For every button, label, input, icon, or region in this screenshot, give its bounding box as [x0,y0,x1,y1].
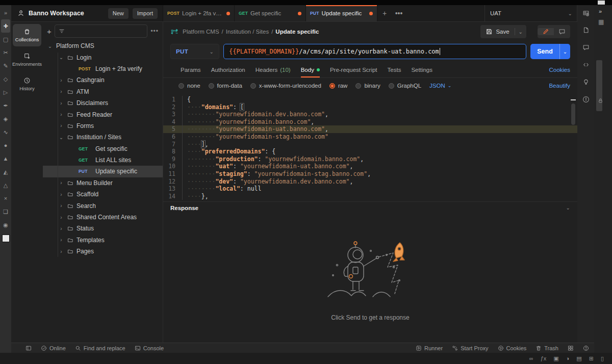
request-list-all-sites[interactable]: GETList ALL sites [43,154,163,166]
tool-icon-15[interactable]: ❏ [1,205,10,218]
online-button[interactable]: Online [41,345,66,351]
info-icon[interactable] [582,96,590,103]
chevron-right-icon[interactable]: › [58,123,64,128]
tab-options-icon[interactable]: ••• [392,5,406,21]
language-select[interactable]: JSON ⌄ [429,83,451,89]
sidebar-item-environments[interactable]: Environments [13,48,41,71]
cookies-link[interactable]: Cookies [549,67,570,73]
chevron-right-icon[interactable]: › [58,249,64,254]
trash-button[interactable]: Trash [536,345,558,351]
code-icon[interactable] [582,61,590,68]
code-line-14[interactable]: 14····}, [163,193,577,200]
tool-icon-0[interactable]: » [1,6,10,19]
folder-pages[interactable]: ›Pages [43,246,163,257]
body-mode-form-data[interactable]: form-data [209,83,242,89]
code-line-1[interactable]: 1{ [163,96,577,103]
window-tab-update-specific[interactable]: PUT Update specific [306,5,377,21]
sidebar-item-collections[interactable]: Collections [13,24,41,46]
body-mode-raw[interactable]: raw [329,83,348,89]
request-login-2fa-verify[interactable]: POSTLogin + 2fa verify [43,63,163,74]
comment-icon[interactable] [582,44,590,51]
taskbar-icon-1[interactable]: ƒx [541,355,547,361]
find-and-replace-button[interactable]: Find and replace [75,345,125,351]
method-select[interactable]: PUT ⌄ [170,44,219,59]
window-tab-get-specific[interactable]: GET Get specific [235,5,306,21]
tool-icon-10[interactable]: ● [1,139,10,152]
grid-button[interactable] [568,345,574,351]
chevron-right-icon[interactable]: › [58,77,64,83]
breadcrumb[interactable]: Platform CMS/Institution / Sites/Update … [183,29,319,35]
code-line-4[interactable]: 4········"yournewfidomain.banno.com", [163,118,577,126]
save-options-chevron-icon[interactable]: ⌄ [515,29,526,35]
edit-button[interactable] [538,28,554,35]
tool-icon-2[interactable]: ▢ [1,33,10,46]
breadcrumb-segment[interactable]: Institution / Sites [226,29,269,35]
tool-icon-8[interactable]: ◈ [1,112,10,125]
code-line-11[interactable]: 11········"staging": "yournewfidomain-st… [163,170,577,178]
folder-shared-content-areas[interactable]: ›Shared Content Areas [43,212,163,223]
tool-icon-3[interactable]: ✂ [1,46,10,59]
scroll-thumb[interactable] [596,60,602,111]
chevron-down-icon[interactable]: ⌄ [58,135,64,140]
tab-authorization[interactable]: Authorization [211,62,245,77]
console-button[interactable]: Console [135,345,164,351]
folder-cashgrain[interactable]: ›Cashgrain [43,74,163,86]
workspace-name[interactable]: Banno Workspace [29,10,84,17]
more-options-icon[interactable]: ••• [150,28,159,35]
body-code-editor[interactable]: 1{2····"domains": [3········"yournewfido… [163,93,577,201]
chevron-right-icon[interactable]: › [58,180,64,186]
filter-input[interactable] [55,24,148,38]
send-button[interactable]: Send ⌄ [530,44,570,59]
body-mode-x-www-form-urlencoded[interactable]: x-www-form-urlencoded [250,83,321,89]
lightbulb-icon[interactable] [582,79,590,86]
folder-status[interactable]: ›Status [43,223,163,234]
tool-icon-13[interactable]: △ [1,178,10,192]
folder-disclaimers[interactable]: ›Disclaimers [43,97,163,109]
body-mode-none[interactable]: none [178,83,200,89]
folder-templates[interactable]: ›Templates [43,235,163,246]
chevron-right-icon[interactable]: › [58,192,64,197]
new-tab-button[interactable]: + [377,5,392,21]
add-collection-button[interactable]: + [47,27,52,36]
scrollbar-thumb[interactable] [571,103,575,125]
folder-login[interactable]: ⌄Login [43,51,163,63]
response-header[interactable]: Response ⌄ [163,201,577,214]
tab-pre-request-script[interactable]: Pre-request Script [330,62,377,77]
chevron-right-icon[interactable]: › [58,89,64,94]
tool-icon-5[interactable]: ◇ [1,72,10,86]
runner-button[interactable]: Runner [416,345,443,351]
chevron-right-icon[interactable]: › [58,112,64,117]
doc-icon[interactable] [582,27,590,34]
color-swatch[interactable] [2,235,10,242]
code-line-2[interactable]: 2····"domains": [ [163,103,577,111]
code-line-5[interactable]: 5········"yournewfidomain-uat.banno.com"… [163,125,577,133]
chevron-right-icon[interactable]: › [58,215,64,220]
tool-icon-7[interactable]: ✒ [1,99,10,112]
taskbar-icon-5[interactable]: ⊞ [589,355,594,362]
tool-icon-1[interactable]: ✚ [1,19,10,33]
taskbar-icon-2[interactable]: ▣ [553,355,558,362]
window-tab-login-2fa-verify[interactable]: POST Login + 2fa verify [163,5,235,21]
tab-headers[interactable]: Headers (10) [256,62,291,77]
tab-body[interactable]: Body [301,62,320,77]
question-button[interactable] [583,345,589,351]
taskbar-icon-3[interactable]: ◑ [566,355,570,361]
taskbar-icon-4[interactable]: ▤ [576,355,581,362]
tab-tests[interactable]: Tests [388,62,401,77]
tab-settings[interactable]: Settings [411,62,432,77]
folder-feed-reader[interactable]: ›Feed Reader [43,109,163,120]
tool-icon-4[interactable]: ✎ [1,59,10,72]
sidebar-item-history[interactable]: History [13,73,41,95]
import-button[interactable]: Import [133,8,158,19]
tool-icon-6[interactable]: ▷ [1,86,10,99]
cookies-button[interactable]: Cookies [498,345,527,351]
body-mode-GraphQL[interactable]: GraphQL [389,83,421,89]
taskbar-icon-6[interactable]: ▯ [601,355,604,362]
chevron-right-icon[interactable]: › [58,100,64,106]
request-update-specific[interactable]: PUTUpdate specific [43,166,163,177]
folder-institution-sites[interactable]: ⌄Institution / Sites [43,132,163,143]
code-line-10[interactable]: 10········"uat": "yournewfidomain-uat.ba… [163,163,577,170]
start-proxy-button[interactable]: Start Proxy [452,345,488,351]
breadcrumb-segment[interactable]: Platform CMS [183,29,219,35]
folder-scaffold[interactable]: ›Scaffold [43,189,163,200]
